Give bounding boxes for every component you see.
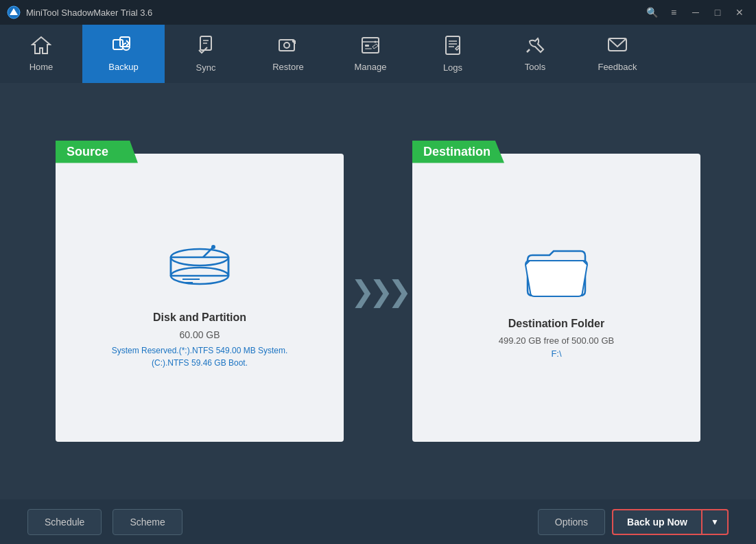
nav-label-logs: Logs — [443, 62, 462, 73]
destination-label: Destination — [412, 141, 504, 163]
title-bar: MiniTool ShadowMaker Trial 3.6 🔍 ≡ ─ □ ✕ — [0, 0, 756, 25]
nav-label-backup: Backup — [108, 62, 138, 72]
nav-label-manage: Manage — [355, 62, 387, 72]
backup-icon — [112, 36, 135, 58]
destination-free: 499.20 GB free of 500.00 GB — [499, 335, 614, 346]
source-wrapper: Source Disk and Partition — [56, 141, 344, 442]
main-content: Source Disk and Partition — [0, 83, 756, 499]
folder-icon — [522, 243, 591, 304]
maximize-button[interactable]: □ — [708, 3, 727, 22]
search-button[interactable]: 🔍 — [642, 3, 661, 22]
forward-arrows-icon: ❯❯❯ — [351, 274, 406, 308]
svg-rect-9 — [365, 48, 372, 49]
app-logo — [7, 5, 21, 19]
nav-item-logs[interactable]: Logs — [412, 25, 494, 83]
backup-now-dropdown-icon[interactable]: ▼ — [701, 509, 727, 535]
logs-icon — [443, 35, 462, 58]
restore-icon — [277, 36, 299, 58]
nav-label-tools: Tools — [525, 62, 545, 72]
nav-item-backup[interactable]: Backup — [82, 25, 165, 83]
svg-rect-15 — [171, 257, 228, 276]
feedback-icon — [606, 36, 628, 58]
menu-button[interactable]: ≡ — [664, 3, 683, 22]
svg-point-10 — [375, 41, 377, 43]
svg-rect-8 — [365, 45, 369, 47]
svg-rect-11 — [446, 36, 460, 54]
svg-point-20 — [211, 245, 215, 249]
nav-item-restore[interactable]: Restore — [247, 25, 329, 83]
backup-now-label: Back up Now — [613, 509, 701, 535]
title-bar-left: MiniTool ShadowMaker Trial 3.6 — [7, 5, 152, 19]
minimize-button[interactable]: ─ — [686, 3, 705, 22]
svg-point-6 — [284, 43, 290, 48]
nav-label-sync: Sync — [196, 62, 216, 73]
nav-item-tools[interactable]: Tools — [494, 25, 576, 83]
title-bar-controls: 🔍 ≡ ─ □ ✕ — [642, 3, 749, 22]
source-title: Disk and Partition — [153, 311, 246, 324]
svg-rect-7 — [362, 38, 379, 53]
destination-path: F:\ — [551, 348, 561, 359]
nav-label-home: Home — [29, 62, 54, 72]
backup-now-button[interactable]: Back up Now ▼ — [612, 509, 729, 535]
arrow-area: ❯❯❯ — [344, 274, 412, 308]
nav-item-home[interactable]: Home — [0, 25, 82, 83]
nav-item-feedback[interactable]: Feedback — [576, 25, 659, 83]
tools-icon — [524, 36, 546, 58]
destination-title: Destination Folder — [508, 318, 604, 330]
bottom-right-buttons: Options Back up Now ▼ — [538, 509, 729, 535]
source-size: 60.00 GB — [179, 329, 220, 340]
nav-label-feedback: Feedback — [598, 62, 637, 72]
nav-item-manage[interactable]: Manage — [329, 25, 412, 83]
source-card[interactable]: Disk and Partition 60.00 GB System Reser… — [56, 154, 344, 442]
source-detail: System Reserved.(*:).NTFS 549.00 MB Syst… — [112, 344, 288, 369]
schedule-button[interactable]: Schedule — [27, 509, 102, 535]
bottom-bar: Schedule Scheme Options Back up Now ▼ — [0, 499, 756, 544]
scheme-button[interactable]: Scheme — [113, 509, 182, 535]
manage-icon — [360, 36, 381, 58]
close-button[interactable]: ✕ — [730, 3, 749, 22]
source-label: Source — [56, 141, 138, 163]
destination-card[interactable]: Destination Folder 499.20 GB free of 500… — [412, 154, 700, 442]
navbar: Home Backup Sync — [0, 25, 756, 83]
sync-icon — [196, 35, 215, 58]
nav-item-sync[interactable]: Sync — [165, 25, 247, 83]
disk-icon — [162, 233, 237, 298]
svg-rect-2 — [113, 40, 123, 49]
home-icon — [31, 36, 51, 58]
nav-label-restore: Restore — [272, 62, 304, 72]
app-title: MiniTool ShadowMaker Trial 3.6 — [26, 8, 152, 18]
svg-line-12 — [527, 49, 530, 52]
destination-wrapper: Destination Destination Folder 499.20 GB… — [412, 141, 700, 442]
options-button[interactable]: Options — [538, 509, 605, 535]
bottom-left-buttons: Schedule Scheme — [27, 509, 182, 535]
